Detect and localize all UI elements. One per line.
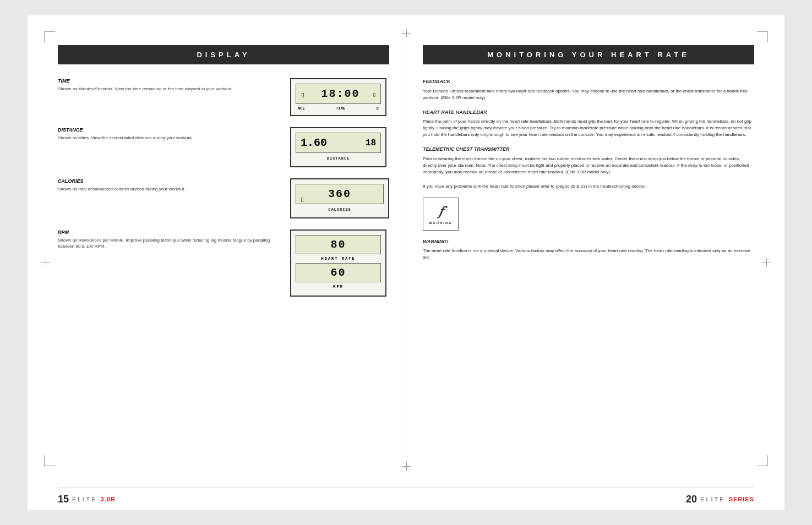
warning-icon-label: WARNING <box>429 221 453 226</box>
time-label-nce: NCE <box>298 106 305 111</box>
feedback-section: FEEDBACK Your Horizon Fitness recumbent … <box>423 78 754 101</box>
transmitter-title: TELEMETRIC CHEST TRANSMITTER <box>423 146 754 154</box>
rpm-desc: Shown as Revolutions per Minute. Improve… <box>58 237 279 249</box>
distance-label: DISTANCE <box>58 127 279 133</box>
dist-digits: 1.60 <box>301 136 327 149</box>
rpm-display: 80 HEART RATE 60 RPM <box>290 229 389 297</box>
calories-digits: 360 <box>328 188 351 200</box>
handlebar-title: HEART RATE HANDLEBAR <box>423 109 754 117</box>
distance-item: DISTANCE Shown as Miles. View the accumu… <box>58 127 389 167</box>
rpm-hr-lcd: 80 HEART RATE 60 RPM <box>290 229 386 297</box>
distance-display: 1.60 18 DISTANCE <box>290 127 389 167</box>
display-section: TIME Shown as Minutes:Seconds. View the … <box>58 78 389 297</box>
time-digits: 18:00 <box>321 88 359 100</box>
warning-f-icon: 𝑓 <box>438 203 443 221</box>
right-footer-model: SERIES <box>729 496 754 502</box>
reg-mark-right <box>762 258 771 267</box>
warning-title: WARNING! <box>423 238 754 246</box>
right-page: MONITORING YOUR HEART RATE FEEDBACK Your… <box>406 45 754 471</box>
footer-left: 15 ELITE 3.0R <box>58 494 406 505</box>
dist-screen: 1.60 18 <box>296 133 381 153</box>
dist-label: DISTANCE <box>327 156 350 161</box>
reg-mark-bottom <box>402 462 411 471</box>
distance-text: DISTANCE Shown as Miles. View the accumu… <box>58 127 279 141</box>
page-container: DISPLAY TIME Shown as Minutes:Seconds. V… <box>28 15 784 510</box>
time-labels: NCE TIME C <box>296 106 381 111</box>
distance-desc: Shown as Miles. View the accumulated dis… <box>58 135 279 141</box>
calories-label: CALORIES <box>58 178 279 184</box>
warning-box: 𝑓 WARNING <box>423 198 754 231</box>
calories-desc: Shown as total accumulated calories burn… <box>58 186 279 192</box>
rpm-item: RPM Shown as Revolutions per Minute. Imp… <box>58 229 389 297</box>
footer-right: 20 ELITE SERIES <box>406 494 755 505</box>
dist-side-num: 18 <box>366 138 376 148</box>
handlebar-text: Place the palm of your hands directly on… <box>423 118 754 138</box>
time-item: TIME Shown as Minutes:Seconds. View the … <box>58 78 389 116</box>
rpm-label-text: RPM <box>296 283 381 291</box>
time-lcd: ▯ 18:00 ▯ NCE TIME C <box>290 78 386 116</box>
time-desc: Shown as Minutes:Seconds. View the time … <box>58 86 279 92</box>
calories-item: CALORIES Shown as total accumulated calo… <box>58 178 389 218</box>
left-footer-model: 3.0R <box>101 496 116 502</box>
right-footer-series: ELITE <box>700 496 726 502</box>
rpm-text: RPM Shown as Revolutions per Minute. Imp… <box>58 229 279 249</box>
monitoring-header: MONITORING YOUR HEART RATE <box>423 45 754 64</box>
warning-text: The heart rate function is not a medical… <box>423 248 754 261</box>
page-footer: 15 ELITE 3.0R 20 ELITE SERIES <box>58 488 754 510</box>
warning-icon-box: 𝑓 WARNING <box>423 198 459 231</box>
content-area: DISPLAY TIME Shown as Minutes:Seconds. V… <box>58 45 754 471</box>
transmitter-text: Prior to wearing the chest transmitter o… <box>423 156 754 176</box>
right-page-num: 20 <box>686 494 697 505</box>
reg-mark-left <box>41 258 50 267</box>
monitoring-content: FEEDBACK Your Horizon Fitness recumbent … <box>423 78 754 261</box>
hr-digits: 80 <box>330 238 346 251</box>
hr-label: HEART RATE <box>296 255 381 263</box>
left-page-num: 15 <box>58 494 69 505</box>
warning-section: WARNING! The heart rate function is not … <box>423 238 754 261</box>
dist-lcd: 1.60 18 DISTANCE <box>290 127 386 167</box>
troubleshoot-section: If you have any problems with the heart … <box>423 183 754 190</box>
corner-mark-br <box>757 455 768 466</box>
left-page: DISPLAY TIME Shown as Minutes:Seconds. V… <box>58 45 406 471</box>
time-label-time: TIME <box>336 106 345 111</box>
corner-mark-tr <box>757 31 768 42</box>
hr-screen: 80 <box>296 235 381 254</box>
rpm-label: RPM <box>58 229 279 235</box>
left-footer-series: ELITE <box>72 496 97 502</box>
calories-lcd: ▯ 360 CALORIES <box>290 178 389 218</box>
calories-label-bar: CALORIES <box>296 206 384 213</box>
corner-mark-tl <box>44 31 55 42</box>
time-screen: ▯ 18:00 ▯ <box>296 84 381 104</box>
calories-display: ▯ 360 CALORIES <box>290 178 389 218</box>
display-header: DISPLAY <box>58 45 389 64</box>
time-text: TIME Shown as Minutes:Seconds. View the … <box>58 78 279 92</box>
time-display: ▯ 18:00 ▯ NCE TIME C <box>290 78 389 116</box>
corner-mark-bl <box>44 455 55 466</box>
feedback-text: Your Horizon Fitness recumbent bike offe… <box>423 88 754 101</box>
feedback-title: FEEDBACK <box>423 78 754 86</box>
time-label-c: C <box>377 106 379 111</box>
calories-text: CALORIES Shown as total accumulated calo… <box>58 178 279 192</box>
reg-mark-top <box>402 29 411 37</box>
handlebar-section: HEART RATE HANDLEBAR Place the palm of y… <box>423 109 754 139</box>
calories-screen: ▯ 360 <box>296 184 384 204</box>
rpm-screen: 60 <box>296 263 381 282</box>
troubleshoot-text: If you have any problems with the heart … <box>423 183 754 190</box>
calories-label-text: CALORIES <box>328 207 351 212</box>
rpm-digits: 60 <box>330 266 346 279</box>
dist-label-bar: DISTANCE <box>296 155 381 162</box>
transmitter-section: TELEMETRIC CHEST TRANSMITTER Prior to we… <box>423 146 754 176</box>
time-label: TIME <box>58 78 279 84</box>
